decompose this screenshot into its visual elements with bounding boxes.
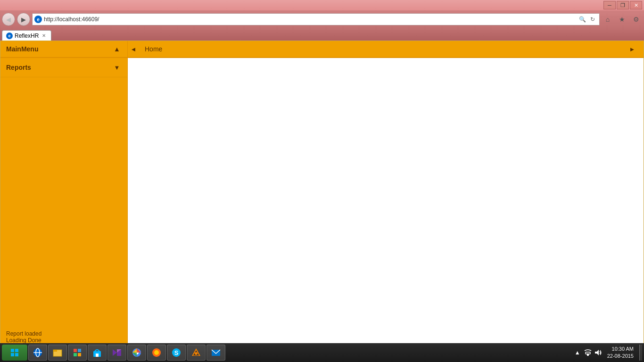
taskbar-skype[interactable]: S — [167, 345, 186, 361]
taskbar-app3[interactable] — [68, 345, 87, 361]
address-bar: e 🔍 ↻ — [32, 13, 600, 25]
status-line2: Loading Done — [6, 337, 122, 344]
address-actions: 🔍 ↻ — [578, 15, 597, 24]
nav-arrow-left-button[interactable]: ◄ — [128, 41, 139, 58]
taskbar-firefox[interactable] — [147, 345, 166, 361]
app-nav-right: Home ► — [139, 41, 644, 58]
firefox-taskbar-icon — [151, 347, 162, 358]
skype-taskbar-icon: S — [171, 347, 182, 358]
explorer-taskbar-icon — [52, 347, 63, 358]
outlook-taskbar-icon — [211, 347, 221, 358]
taskbar-vlc[interactable] — [187, 345, 206, 361]
clock-date: 22-08-2015 — [607, 353, 634, 360]
svg-point-24 — [195, 352, 198, 355]
app-content: Reports ▼ Report loaded Loading Done — [0, 58, 644, 346]
reports-chevron-down-icon: ▼ — [112, 63, 122, 72]
app-nav-left: MainMenu ▲ — [0, 41, 128, 57]
favorites-button[interactable]: ★ — [616, 14, 628, 25]
taskbar-ie[interactable] — [28, 345, 47, 361]
svg-rect-12 — [78, 353, 81, 356]
start-button[interactable] — [2, 345, 27, 361]
taskbar-outlook[interactable] — [206, 345, 225, 361]
tray-sound-icon[interactable] — [594, 348, 603, 357]
restore-button[interactable]: ❐ — [617, 1, 629, 9]
taskbar-explorer[interactable] — [48, 345, 67, 361]
main-panel — [128, 58, 644, 346]
main-menu-collapse-button[interactable]: ▲ — [112, 44, 122, 54]
refresh-button[interactable]: ↻ — [588, 15, 597, 24]
svg-rect-14 — [96, 354, 99, 357]
vs-taskbar-icon — [112, 347, 122, 358]
svg-point-19 — [154, 350, 159, 355]
svg-rect-27 — [586, 352, 590, 354]
tab-label: ReflexHR — [15, 33, 39, 39]
title-bar: ─ ❐ ✕ — [0, 0, 644, 10]
browser-tab-reflexhr[interactable]: e ReflexHR ✕ — [2, 30, 51, 41]
browser-toolbar: ◀ ▶ e 🔍 ↻ ⌂ ★ ⚙ — [0, 10, 644, 28]
home-nav-label: Home — [145, 45, 162, 53]
app-nav: MainMenu ▲ ◄ Home ► — [0, 41, 644, 58]
taskbar-chrome[interactable] — [127, 345, 146, 361]
taskbar-vs[interactable] — [107, 345, 126, 361]
close-button[interactable]: ✕ — [630, 1, 642, 9]
clock-time: 10:30 AM — [607, 346, 634, 353]
home-button[interactable]: ⌂ — [602, 14, 614, 25]
svg-rect-10 — [78, 349, 81, 352]
back-button[interactable]: ◀ — [2, 13, 15, 26]
minimize-button[interactable]: ─ — [603, 1, 616, 9]
main-menu-label: MainMenu — [6, 45, 112, 53]
tray-arrow-icon[interactable]: ▲ — [573, 348, 582, 357]
svg-rect-9 — [74, 349, 77, 352]
ie-favicon: e — [34, 16, 42, 23]
sidebar-reports-label: Reports — [6, 64, 112, 71]
taskbar: S ▲ — [0, 343, 644, 362]
svg-rect-11 — [74, 353, 77, 356]
chrome-taskbar-icon — [132, 347, 142, 358]
app-container: MainMenu ▲ ◄ Home ► Reports ▼ Report loa… — [0, 41, 644, 347]
show-desktop-button[interactable] — [639, 345, 642, 361]
windows-icon — [11, 349, 18, 356]
tab-bar: e ReflexHR ✕ — [0, 28, 644, 41]
svg-rect-8 — [53, 350, 57, 352]
tray-network-icon[interactable] — [584, 348, 592, 357]
system-clock[interactable]: 10:30 AM 22-08-2015 — [604, 346, 634, 360]
store-taskbar-icon — [92, 347, 102, 358]
sidebar-item-reports[interactable]: Reports ▼ — [0, 58, 127, 77]
svg-rect-0 — [11, 349, 14, 352]
window-chrome: ─ ❐ ✕ ◀ ▶ e 🔍 ↻ ⌂ ★ ⚙ e Refle — [0, 0, 644, 41]
sidebar-spacer — [0, 77, 127, 328]
ie-taskbar-icon — [33, 347, 43, 358]
vlc-taskbar-icon — [191, 347, 201, 358]
sidebar: Reports ▼ Report loaded Loading Done — [0, 58, 128, 346]
taskbar-store[interactable] — [88, 345, 107, 361]
tab-close-button[interactable]: ✕ — [41, 33, 47, 39]
status-line1: Report loaded — [6, 330, 122, 337]
svg-rect-1 — [15, 349, 18, 352]
tab-favicon: e — [6, 33, 13, 39]
svg-marker-28 — [595, 350, 599, 355]
nav-arrow-right-button[interactable]: ► — [627, 41, 638, 58]
window-controls: ─ ❐ ✕ — [603, 1, 642, 9]
system-tray: ▲ 10:30 AM 22-08-2015 — [570, 346, 637, 360]
address-input[interactable] — [44, 16, 576, 23]
svg-rect-3 — [15, 353, 18, 356]
svg-text:S: S — [174, 349, 179, 356]
search-button[interactable]: 🔍 — [578, 15, 587, 24]
settings-button[interactable]: ⚙ — [630, 14, 642, 25]
svg-rect-2 — [11, 353, 14, 356]
forward-button[interactable]: ▶ — [17, 13, 30, 26]
app3-taskbar-icon — [72, 347, 83, 358]
